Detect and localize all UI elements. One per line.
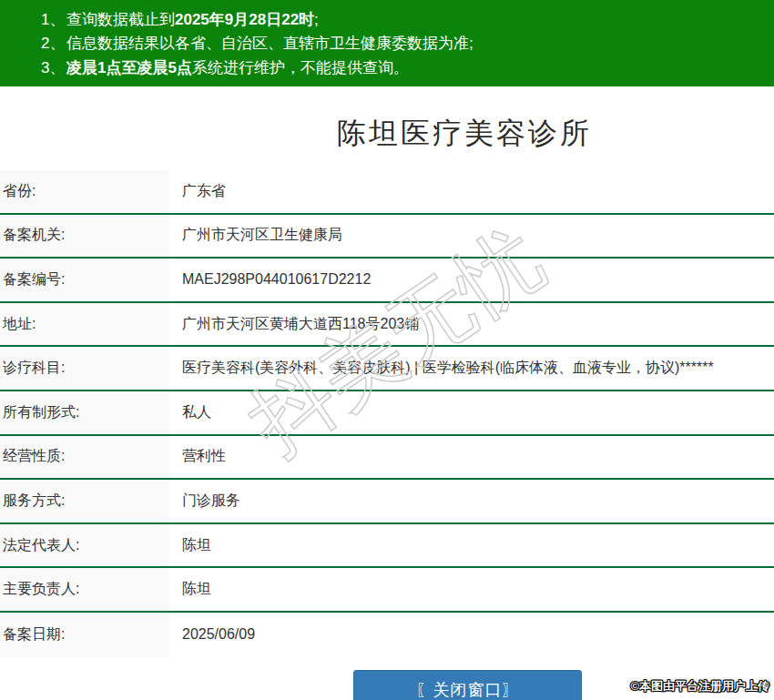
table-row-ownership-type: 所有制形式: 私人: [0, 391, 774, 436]
table-row-business-nature: 经营性质: 营利性: [0, 436, 774, 481]
row-label: 服务方式:: [0, 480, 168, 522]
table-row-principal: 主要负责人: 陈坦: [0, 568, 774, 613]
notice-text: 信息数据结果以各省、自治区、直辖市卫生健康委数据为准;: [66, 35, 474, 52]
row-value: 广州市天河区卫生健康局: [168, 215, 774, 258]
notice-number: 3、: [41, 56, 66, 80]
row-value: 门诊服务: [168, 480, 774, 522]
table-row-province: 省份: 广东省: [0, 170, 774, 215]
table-row-legal-representative: 法定代表人: 陈坦: [0, 524, 774, 569]
notice-text: 系统进行维护，不能提供查询。: [192, 59, 409, 76]
row-label: 诊疗科目:: [0, 347, 168, 390]
notice-number: 1、: [41, 8, 66, 32]
page-title: 陈坦医疗美容诊所: [0, 86, 774, 170]
table-row-service-mode: 服务方式: 门诊服务: [0, 480, 774, 524]
notice-text-bold: 凌晨1点至凌晨5点: [66, 59, 192, 76]
notice-text: 查询数据截止到: [66, 11, 175, 28]
upload-credit-note: ©本图由平台注册用户上传: [630, 678, 769, 695]
row-label: 法定代表人:: [0, 524, 168, 567]
row-label: 备案日期:: [0, 613, 168, 657]
row-value: 医疗美容科(美容外科、美容皮肤科) | 医学检验科(临床体液、血液专业，协议)*…: [168, 347, 774, 390]
query-result-page: 1、查询数据截止到2025年9月28日22时; 2、信息数据结果以各省、自治区、…: [0, 0, 774, 700]
table-row-address: 地址: 广州市天河区黄埔大道西118号203铺: [0, 303, 774, 348]
row-value: 营利性: [168, 436, 774, 479]
row-value: 私人: [168, 391, 774, 434]
row-label: 备案机关:: [0, 215, 168, 258]
notice-line-1: 1、查询数据截止到2025年9月28日22时;: [41, 8, 774, 32]
notice-text-bold: 2025年9月28日22时: [175, 11, 314, 28]
row-label: 主要负责人:: [0, 568, 168, 611]
notice-banner: 1、查询数据截止到2025年9月28日22时; 2、信息数据结果以各省、自治区、…: [0, 0, 774, 86]
row-value: 广州市天河区黄埔大道西118号203铺: [168, 303, 774, 346]
close-window-button[interactable]: 〖关闭窗口〗: [353, 670, 582, 700]
table-row-filing-authority: 备案机关: 广州市天河区卫生健康局: [0, 215, 774, 259]
table-row-filing-date: 备案日期: 2025/06/09: [0, 613, 774, 657]
table-row-filing-number: 备案编号: MAEJ298P044010617D2212: [0, 259, 774, 303]
row-label: 经营性质:: [0, 436, 168, 479]
notice-line-3: 3、凌晨1点至凌晨5点系统进行维护，不能提供查询。: [41, 56, 774, 80]
row-label: 地址:: [0, 303, 168, 346]
row-label: 备案编号:: [0, 259, 168, 301]
notice-number: 2、: [41, 32, 66, 56]
notice-text: ;: [314, 11, 319, 28]
info-table: 省份: 广东省 备案机关: 广州市天河区卫生健康局 备案编号: MAEJ298P…: [0, 170, 774, 657]
row-value: 陈坦: [168, 524, 774, 567]
row-label: 省份:: [0, 170, 168, 213]
notice-line-2: 2、信息数据结果以各省、自治区、直辖市卫生健康委数据为准;: [41, 32, 774, 56]
row-value: 广东省: [168, 170, 774, 213]
row-value: MAEJ298P044010617D2212: [168, 259, 774, 301]
row-value: 2025/06/09: [168, 613, 774, 657]
row-label: 所有制形式:: [0, 391, 168, 434]
table-row-medical-subjects: 诊疗科目: 医疗美容科(美容外科、美容皮肤科) | 医学检验科(临床体液、血液专…: [0, 347, 774, 391]
row-value: 陈坦: [168, 568, 774, 611]
